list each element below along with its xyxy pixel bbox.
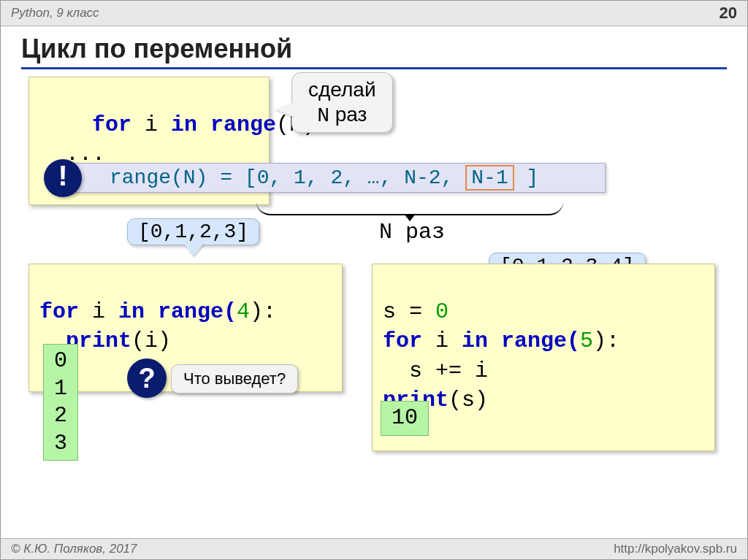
- strip-text: ]: [514, 166, 539, 189]
- callout-tail: [276, 102, 294, 117]
- code-text: i: [131, 112, 171, 137]
- question-bubble: Что выведет?: [171, 364, 298, 394]
- callout-tail: [183, 243, 204, 256]
- exclamation-icon: !: [44, 159, 82, 197]
- footer-bar: © К.Ю. Поляков, 2017 http://kpolyakov.sp…: [1, 538, 747, 559]
- range4-values-callout: [0,1,2,3]: [127, 218, 259, 245]
- strip-text: range(N) = [0, 1, 2, …, N-2,: [110, 166, 465, 189]
- label-text: [0,1,2,3]: [138, 220, 248, 243]
- code-kw: for: [92, 112, 131, 137]
- callout-line: сделай: [308, 77, 376, 102]
- callout-line: N раз: [308, 102, 376, 129]
- boxed-n-minus-1: N-1: [465, 165, 514, 191]
- footer-copyright: © К.Ю. Поляков, 2017: [11, 542, 137, 556]
- slide-title: Цикл по переменной: [21, 34, 727, 69]
- top-bar: Python, 9 класс 20: [1, 1, 747, 26]
- brace-label: N раз: [379, 220, 445, 245]
- info-strip-range: ! range(N) = [0, 1, 2, …, N-2, N-1 ]: [65, 163, 606, 193]
- callout-do-n-times: сделай N раз: [291, 72, 393, 133]
- page-number: 20: [720, 4, 737, 23]
- output-range4: 0 1 2 3: [43, 344, 78, 461]
- footer-url: http://kpolyakov.spb.ru: [614, 542, 737, 556]
- code-fn: range: [197, 112, 276, 137]
- underbrace: [256, 196, 563, 215]
- question-icon: ?: [127, 358, 167, 398]
- output-range5: 10: [381, 401, 429, 436]
- header-left: Python, 9 класс: [11, 6, 99, 20]
- code-kw: in: [171, 112, 197, 137]
